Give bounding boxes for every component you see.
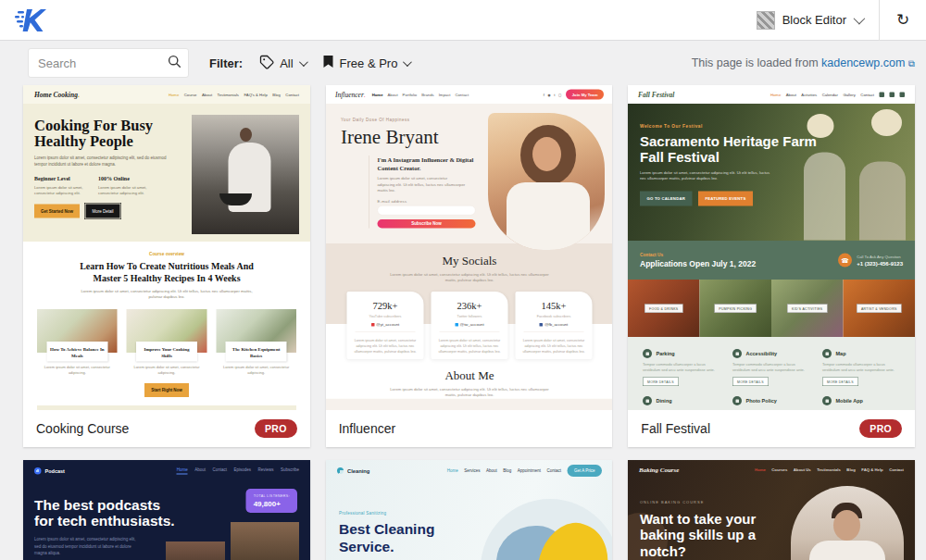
preview-nav-link: Testimonials — [218, 93, 239, 97]
preview-nav-link: Blog — [847, 467, 856, 472]
preview-nav-link: Contact — [861, 93, 875, 97]
mobile-app-icon — [822, 396, 832, 405]
facebook-icon — [880, 92, 885, 97]
preview-nav: Influencer. Home About Portfolio Brands … — [326, 85, 613, 104]
preview-hero-image — [192, 115, 299, 234]
template-preview-cooking-course[interactable]: Home Cooking. Home Course About Testimon… — [23, 85, 310, 410]
preview-more-details-button: MORE DETAILS — [822, 378, 858, 387]
preview-nav-button: Join My Team — [566, 90, 604, 100]
template-card-baking: Baking Course Home Courses About Us Test… — [628, 460, 915, 560]
template-preview-fall-festival[interactable]: Fall Festival Home About Activities Cale… — [628, 85, 915, 410]
template-name: Influencer — [339, 421, 395, 436]
bookmark-icon — [322, 55, 334, 71]
preview-eyebrow: Course overview — [37, 251, 296, 256]
preview-nav-link: Course — [184, 93, 197, 97]
top-bar: Block Editor ↻ — [0, 0, 926, 41]
preview-hero-heading: Cooking For Busy Healthy People — [34, 118, 183, 149]
preview-email-input — [377, 205, 475, 216]
search-field — [28, 48, 189, 78]
instagram-icon: ◻ — [558, 93, 561, 97]
preview-gallery-tile: KID'S ACTIVITIES — [771, 280, 844, 337]
preview-section-heading: My Socials — [326, 254, 613, 268]
sync-button[interactable]: ↻ — [880, 0, 926, 41]
preview-logo: Cleaning — [347, 468, 369, 474]
tier-filter-value: Free & Pro — [340, 56, 398, 70]
youtube-icon — [370, 323, 374, 327]
preview-eyebrow: ONLINE BAKING COURSE — [640, 500, 903, 504]
preview-info-item: Photo Policy Tempor commodo ullamcorper … — [732, 396, 810, 410]
preview-nav: Home Cooking. Home Course About Testimon… — [23, 85, 310, 104]
source-link[interactable]: kadencewp.com — [821, 56, 905, 69]
template-card-fall-festival: Fall Festival Home About Activities Cale… — [628, 85, 915, 447]
preview-nav-link: About — [202, 93, 212, 97]
twitter-icon — [455, 323, 458, 327]
preview-nav-link: Episodes — [233, 467, 251, 475]
preview-course-item: Improve Your Cooking Skills Lorem ipsum … — [127, 309, 207, 376]
preview-nav-button: Get A Price — [567, 465, 602, 477]
tier-filter-dropdown[interactable]: Free & Pro — [322, 55, 410, 71]
preview-nav-links: Home Services About Blog Appointment Con… — [446, 465, 601, 477]
preview-nav-link: Contact — [546, 468, 561, 473]
template-preview-baking[interactable]: Baking Course Home Courses About Us Test… — [628, 460, 915, 560]
preview-hero-heading: Sacramento Heritage Farm Fall Festival — [640, 134, 839, 166]
site-thumbnail-icon — [757, 11, 775, 30]
template-preview-cleaning[interactable]: Cleaning Home Services About Blog Appoin… — [326, 460, 613, 560]
preview-hero-image — [166, 522, 299, 560]
template-preview-influencer[interactable]: Influencer. Home About Portfolio Brands … — [326, 85, 613, 410]
dining-icon — [643, 396, 652, 405]
preview-hero-image — [481, 499, 613, 560]
editor-mode-dropdown[interactable]: Block Editor — [740, 0, 879, 40]
preview-gallery-tile: FOOD & DRINKS — [628, 280, 700, 337]
preview-subscribe-button: Subscribe Now — [377, 219, 475, 229]
preview-section-text: Lorem ipsum dolor sit amet, consectetur … — [383, 271, 555, 283]
preview-nav-link: Activities — [802, 93, 818, 97]
search-input[interactable] — [28, 48, 189, 78]
template-grid: Home Cooking. Home Course About Testimon… — [0, 85, 926, 560]
camera-icon: ◉ — [547, 93, 550, 97]
preview-section-text: Lorem ipsum dolor sit amet, consectetur … — [77, 288, 257, 300]
preview-info-item: Accessibility Tempor commodo ullamcorper… — [732, 349, 810, 386]
filter-label: Filter: — [209, 56, 243, 70]
preview-info-item: Map Tempor commodo ullamcorper a lacus v… — [822, 349, 900, 386]
preview-cta-button: Start Right Now — [144, 383, 189, 397]
preview-nav-link: Home — [755, 467, 766, 472]
preview-nav-link: About Us — [794, 467, 811, 472]
preview-hero-heading: Best Cleaning Service. — [339, 521, 473, 555]
preview-info-item: Mobile App Tempor commodo ullamcorper a … — [822, 396, 900, 410]
template-preview-podcast[interactable]: Podcast Home About Contact Episodes Revi… — [23, 460, 310, 560]
preview-nav: Cleaning Home Services About Blog Appoin… — [326, 460, 613, 481]
preview-hero-heading: The best podcasts for tech enthusiasts. — [34, 497, 182, 529]
preview-nav-link: About — [194, 467, 206, 475]
template-name: Cooking Course — [36, 421, 129, 436]
search-icon — [168, 55, 181, 72]
preview-hero-image — [791, 486, 904, 560]
preview-hero-text: Lorem ipsum dolor sit amet, consectetur … — [34, 536, 144, 556]
chevron-down-icon — [854, 13, 866, 25]
preview-button-secondary: More Detail — [86, 205, 120, 218]
preview-gallery-tile: PUMPKIN PICKING — [700, 280, 772, 337]
preview-hero-image — [488, 113, 605, 250]
facebook-icon: f — [543, 93, 544, 97]
preview-nav-links: Home Course About Testimonials FAQ's & H… — [169, 93, 299, 97]
chevron-down-icon — [403, 57, 412, 67]
preview-nav-link: Testimonials — [818, 467, 842, 472]
preview-nav-link: Home — [446, 468, 457, 473]
preview-hero-subheading: I'm A Instagram Influencer & Digital Con… — [377, 156, 480, 172]
preview-nav: Podcast Home About Contact Episodes Revi… — [23, 460, 310, 481]
preview-nav-link: About — [486, 468, 497, 473]
preview-hero-text: Lorem ipsum dolor sit amet, consectetur … — [377, 176, 465, 194]
preview-hero-text: Lorem ipsum dolor sit amet, consectetur … — [640, 169, 774, 181]
preview-logo: Home Cooking. — [34, 91, 80, 99]
preview-nav-link: Subscribe — [281, 467, 299, 475]
preview-stat-card: 729k+ YouTube subscribers @yt_account Lo… — [346, 292, 423, 359]
chevron-down-icon — [299, 57, 308, 67]
preview-nav-link: Courses — [772, 467, 788, 472]
category-filter-dropdown[interactable]: All — [259, 55, 305, 72]
preview-email-label: E-mail address — [377, 198, 480, 203]
preview-nav-links: Home About Activities Calendar Gallery C… — [770, 92, 905, 97]
preview-button-secondary: FEATURED EVENTS — [698, 191, 753, 205]
preview-nav: Fall Festival Home About Activities Cale… — [628, 85, 915, 104]
preview-info-item: Dining Tempor commodo ullamcorper a lacu… — [643, 396, 720, 410]
card-footer: Fall Festival PRO — [628, 410, 915, 447]
cleaning-logo-icon — [337, 467, 344, 474]
